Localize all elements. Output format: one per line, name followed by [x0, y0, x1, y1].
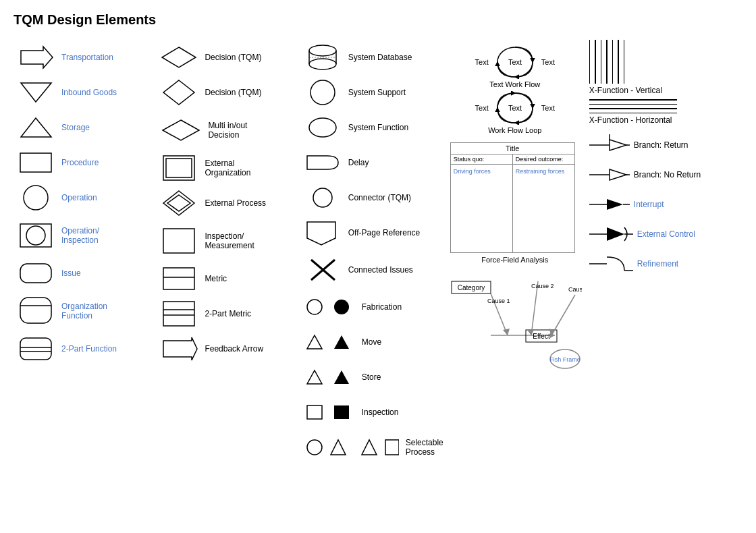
item-operation: Operation: [14, 180, 157, 215]
svg-point-6: [26, 226, 45, 245]
svg-rect-44: [307, 405, 322, 419]
svg-marker-26: [163, 337, 197, 360]
branch-return: Branch: Return: [589, 130, 742, 160]
branch-ext-control: External Control: [589, 219, 742, 249]
col2: Decision (TQM) Decision (TQM) Multi in/o…: [157, 40, 300, 465]
text-workflow-label: Text Work Flow: [448, 80, 583, 91]
wfl1-right: Text: [541, 58, 555, 66]
decision-tqm-1-icon: [161, 45, 198, 69]
item-selectable-process: Selectable Process: [300, 430, 448, 465]
svg-marker-64: [503, 329, 510, 335]
item-ext-org: ExternalOrganization: [157, 150, 300, 186]
wfl2-left: Text: [475, 104, 489, 112]
svg-marker-85: [607, 227, 624, 241]
item-feedback-arrow: Feedback Arrow: [157, 331, 300, 366]
branch-interrupt: Interrupt: [589, 190, 742, 219]
svg-rect-23: [163, 302, 194, 326]
svg-marker-48: [362, 440, 377, 455]
delay-icon: [304, 150, 342, 175]
svg-point-38: [307, 300, 322, 314]
workflow-loop-1: Text Text Text: [448, 40, 583, 80]
branch-no-return-icon: [589, 164, 630, 186]
ext-control-label: External Control: [637, 229, 695, 239]
decision-tqm-1-label: Decision (TQM): [205, 53, 261, 62]
wfl2-right: Text: [541, 104, 555, 112]
ff-desired: Desired outcome:: [513, 155, 574, 164]
svg-marker-13: [162, 47, 196, 67]
two-part-function-icon: [18, 334, 55, 364]
col4: Text Text Text Text Work Flow: [448, 40, 583, 465]
ext-org-icon: [161, 153, 198, 183]
ff-bottom-label: Force-Field Analysis: [450, 256, 580, 264]
xfh-line-2: [589, 104, 677, 105]
insp-meas-icon: [161, 226, 198, 256]
svg-point-39: [334, 300, 349, 314]
svg-marker-35: [307, 222, 335, 245]
connector-label: Connector (TQM): [348, 193, 411, 202]
off-page-icon: [304, 219, 342, 246]
svg-text:Effect: Effect: [533, 333, 550, 340]
item-two-part-metric: 2-Part Metric: [157, 296, 300, 331]
svg-marker-41: [334, 335, 349, 349]
multi-decision-icon: [161, 118, 201, 142]
item-store: Store: [300, 360, 448, 395]
branch-no-return: Branch: No Return: [589, 160, 742, 190]
svg-text:Cause 2: Cause 2: [531, 283, 554, 289]
inspection-label: Inspection: [362, 408, 399, 417]
inspection-icon: [304, 403, 355, 422]
sys-support-label: System Support: [348, 88, 406, 97]
insp-meas-label: Inspection/Measurement: [205, 231, 254, 250]
interrupt-label: Interrupt: [634, 200, 664, 209]
metric-label: Metric: [205, 274, 227, 283]
ff-status: Status quo:: [451, 155, 512, 164]
org-function-label: OrganizationFunction: [61, 302, 107, 320]
item-procedure: Procedure: [14, 145, 157, 180]
operation-inspection-icon: [18, 219, 55, 252]
metric-icon: [161, 265, 198, 292]
tw-text2: Work Flow: [506, 80, 541, 88]
svg-rect-16: [163, 156, 194, 180]
sys-db-icon: [304, 44, 342, 71]
issue-icon: [18, 260, 55, 287]
branch-return-icon: [589, 134, 630, 156]
transportation-icon: [18, 45, 55, 69]
svg-marker-43: [334, 370, 349, 384]
svg-marker-0: [21, 47, 53, 68]
xfv-line-2: [595, 40, 596, 84]
selectable-process-icon: [304, 437, 399, 457]
xfv-line-1: [589, 40, 591, 84]
svg-marker-15: [163, 120, 199, 140]
item-org-function: OrganizationFunction: [14, 291, 157, 331]
store-icon: [304, 367, 355, 387]
workflow-loop-label: Work Flow Loop: [488, 126, 541, 134]
refinement-label: Refinement: [637, 259, 678, 269]
svg-marker-2: [21, 118, 51, 137]
operation-label: Operation: [61, 193, 97, 202]
svg-rect-7: [20, 264, 51, 283]
svg-text:Text: Text: [508, 58, 522, 66]
feedback-arrow-icon: [161, 337, 198, 361]
item-issue: Issue: [14, 256, 157, 291]
xfh-lines: [589, 99, 677, 113]
svg-marker-82: [607, 199, 623, 210]
svg-rect-3: [20, 153, 51, 172]
store-label: Store: [362, 372, 381, 382]
xfv-line-6: [618, 40, 619, 84]
fish-diagram-svg: Category Effect Cause 1 Cause 2: [450, 275, 582, 376]
svg-rect-49: [385, 440, 399, 455]
item-insp-meas: Inspection/Measurement: [157, 221, 300, 261]
wfl1-left: Text: [475, 58, 489, 66]
svg-rect-45: [334, 405, 349, 419]
svg-marker-1: [21, 83, 51, 102]
delay-label: Delay: [348, 158, 369, 167]
fabrication-icon: [304, 297, 355, 317]
branch-return-label: Branch: Return: [634, 140, 688, 150]
item-off-page: Off-Page Reference: [300, 215, 448, 250]
fabrication-label: Fabrication: [362, 302, 402, 312]
xfv-line-5: [612, 40, 614, 84]
force-field-container: Title Status quo: Desired outcome: Drivi…: [448, 140, 583, 266]
move-label: Move: [362, 337, 381, 347]
multi-decision-label: Multi in/outDecision: [208, 121, 247, 140]
sys-support-icon: [304, 79, 342, 106]
sys-func-label: System Function: [348, 123, 408, 132]
